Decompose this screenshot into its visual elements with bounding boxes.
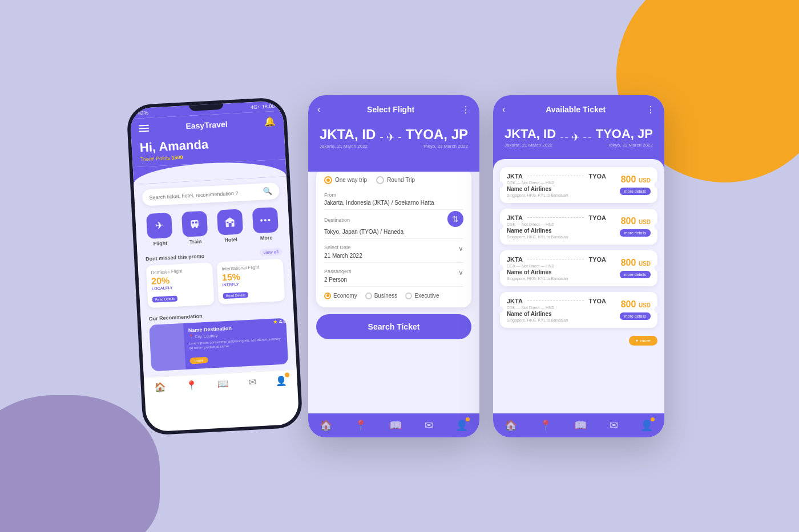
ticket-card-3[interactable]: JKTA TYOA CGK — Not Direct — HND Name of… [500, 250, 657, 286]
nav-location[interactable]: 📍 [185, 379, 197, 391]
app-title: EasyTravel [185, 119, 228, 130]
ticket-details-btn-1[interactable]: more details [620, 188, 651, 195]
date-field[interactable]: Select Date ∨ 21 March 2022 [324, 245, 463, 263]
search-bar[interactable]: 🔍 [142, 182, 280, 206]
from-value[interactable]: Jakarta, Indonesia (JKTA) / Soekarno Hat… [324, 200, 463, 210]
more-category[interactable]: More [249, 206, 282, 241]
round-trip-option[interactable]: Round Trip [376, 176, 415, 184]
ticket-details-btn-3[interactable]: more details [620, 271, 651, 278]
bell-icon[interactable]: 🔔 [264, 116, 276, 127]
more-tickets-button[interactable]: ▾ more [629, 336, 657, 346]
passengers-field[interactable]: Passangers ∨ 2 Person [324, 269, 463, 287]
ticket-to-2: TYOA [588, 214, 606, 221]
train-category[interactable]: Train [179, 210, 211, 245]
p3-from-name: Jakarta, 21 March 2022 [505, 143, 556, 148]
ticket-sub-1: Singapore, HKG, KYL to Bandalan [507, 193, 606, 197]
promo-card-intl[interactable]: International Flight 15% INTRFLY Read De… [217, 258, 285, 304]
to-name: Tokyo, 22 March 2022 [406, 144, 468, 149]
p2-nav-home[interactable]: 🏠 [320, 419, 332, 432]
ticket-to-1: TYOA [588, 173, 606, 180]
p3-nav-location[interactable]: 📍 [539, 419, 552, 432]
nav-profile[interactable]: 👤 [276, 375, 288, 386]
one-way-radio[interactable] [324, 176, 332, 184]
trip-type-selector: One way trip Round Trip [324, 176, 463, 184]
route-line: ✈ [376, 131, 405, 144]
ticket-meta-3: CGK — Not Direct — HND [507, 264, 606, 268]
dashed-line-left [380, 137, 383, 138]
ticket-details-btn-4[interactable]: more details [620, 312, 651, 320]
destination-label: Destination [324, 217, 350, 223]
p2-nav-book[interactable]: 📖 [389, 419, 402, 432]
flight-category[interactable]: ✈ Flight [143, 212, 176, 247]
from-code: JKTA, ID [320, 127, 376, 143]
date-row: Select Date ∨ [324, 245, 463, 253]
destination-image [149, 323, 185, 371]
round-trip-radio[interactable] [376, 176, 384, 184]
p3-to-city: TYOA, JP Tokyo, 22 March 2022 [596, 127, 653, 148]
ticket-route-4: JKTA TYOA CGK — Not Direct — HND Name of… [507, 298, 606, 322]
hotel-category[interactable]: Hotel [214, 209, 247, 243]
business-radio[interactable] [365, 293, 372, 299]
passengers-label: Passangers [324, 269, 352, 274]
executive-radio[interactable] [405, 293, 412, 299]
ticket-details-btn-2[interactable]: more details [620, 229, 651, 237]
executive-class[interactable]: Executive [405, 293, 439, 299]
ticket-price-area-3: 800 USD more details [611, 258, 651, 278]
p3-back-button[interactable]: ‹ [502, 104, 505, 115]
from-city: JKTA, ID Jakarta, 21 March 2022 [320, 127, 376, 149]
destination-description: Lorem ipsum consectetur adipiscing elit,… [189, 336, 283, 350]
p2-nav-location[interactable]: 📍 [354, 419, 367, 432]
ticket-airline-1: Name of Airlines [507, 186, 606, 192]
nav-badge [284, 372, 289, 377]
promo-details-domestic[interactable]: Read Details [152, 295, 178, 302]
p3-nav-home[interactable]: 🏠 [505, 419, 517, 432]
swap-button[interactable]: ⇅ [447, 211, 463, 227]
promo-cards: Domestic Flight 20% LOCALFLY Read Detail… [146, 258, 285, 307]
ticket-notch-right-4 [654, 306, 661, 313]
bottom-nav-3: 🏠 📍 📖 ✉ 👤 [493, 413, 664, 437]
back-button[interactable]: ‹ [317, 104, 320, 115]
p2-nav-mail[interactable]: ✉ [425, 419, 433, 432]
passengers-chevron: ∨ [458, 269, 463, 277]
p2-title: Select Flight [367, 105, 414, 114]
ticket-notch-right-1 [654, 181, 661, 188]
one-way-option[interactable]: One way trip [324, 176, 367, 184]
promo-card-domestic[interactable]: Domestic Flight 20% LOCALFLY Read Detail… [146, 262, 215, 308]
p3-nav-book[interactable]: 📖 [574, 419, 587, 432]
p1-content: 🔍 ✈ Flight Train [134, 176, 296, 377]
promo-details-intl[interactable]: Read Details [223, 291, 248, 298]
view-all-button[interactable]: view all [259, 247, 283, 256]
search-ticket-button[interactable]: Search Ticket [316, 314, 471, 339]
destination-value[interactable]: Tokyo, Japan (TYOA) / Haneda [324, 229, 463, 239]
menu-icon[interactable] [139, 124, 150, 132]
p2-route: JKTA, ID Jakarta, 21 March 2022 ✈ TYOA, … [317, 127, 470, 149]
nav-mail[interactable]: ✉ [248, 376, 256, 388]
svg-rect-6 [229, 223, 232, 227]
p3-route: JKTA, ID Jakarta, 21 March 2022 ✈ TYOA, … [502, 127, 655, 148]
business-class[interactable]: Business [365, 293, 398, 299]
ticket-price-area-1: 800 USD more details [611, 174, 651, 195]
p2-nav-profile[interactable]: 👤 [455, 419, 468, 432]
nav-book[interactable]: 📖 [217, 377, 229, 389]
recommendation-card[interactable]: Name Destination 📍 City, Country ★ 4.5 L… [149, 318, 288, 371]
search-input[interactable] [149, 188, 263, 200]
economy-radio[interactable] [324, 293, 331, 299]
p3-nav-mail[interactable]: ✉ [610, 419, 618, 432]
ticket-card-1[interactable]: JKTA TYOA CGK — Not Direct — HND Name of… [500, 167, 657, 203]
ticket-card-2[interactable]: JKTA TYOA CGK — Not Direct — HND Name of… [500, 209, 657, 245]
ticket-connector-2 [527, 217, 584, 218]
nav-home[interactable]: 🏠 [154, 381, 166, 392]
more-button[interactable]: more [189, 356, 208, 364]
ticket-meta-4: CGK — Not Direct — HND [507, 306, 606, 310]
ticket-card-4[interactable]: JKTA TYOA CGK — Not Direct — HND Name of… [500, 292, 657, 328]
economy-class[interactable]: Economy [324, 293, 357, 299]
p3-more-options[interactable]: ⋮ [646, 104, 655, 115]
p2-header: ‹ Select Flight ⋮ JKTA, ID Jakarta, 21 M… [308, 95, 479, 172]
more-options[interactable]: ⋮ [461, 104, 470, 115]
ticket-price-1: 800 USD [611, 174, 651, 185]
passengers-row: Passangers ∨ [324, 269, 463, 277]
executive-label: Executive [414, 293, 439, 299]
p3-to-name: Tokyo, 22 March 2022 [596, 143, 653, 148]
svg-marker-9 [225, 217, 235, 221]
p3-nav-profile[interactable]: 👤 [640, 419, 653, 432]
